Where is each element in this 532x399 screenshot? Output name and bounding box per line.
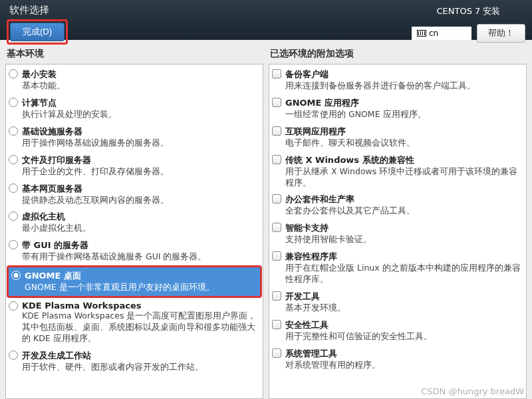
checkbox-icon[interactable]	[272, 223, 281, 232]
checkbox-icon[interactable]	[272, 320, 281, 329]
radio-icon[interactable]	[9, 350, 18, 360]
option-desc: GNOME 是一个非常直观且用户友好的桌面环境。	[25, 282, 255, 293]
addon-option[interactable]: 互联网应用程序电子邮件、聊天和视频会议软件。	[269, 123, 526, 152]
done-highlight: 完成(D)	[7, 19, 68, 45]
option-text: 基础设施服务器用于操作网络基础设施服务的服务器。	[22, 126, 257, 149]
option-desc: 全套办公套件以及其它产品工具。	[285, 205, 521, 217]
radio-icon[interactable]	[9, 301, 18, 311]
checkbox-icon[interactable]	[272, 348, 281, 358]
env-option[interactable]: 虚拟化主机最小虚拟化主机。	[6, 208, 263, 237]
option-desc: 电子邮件、聊天和视频会议软件。	[285, 138, 521, 149]
env-option[interactable]: 计算节点执行计算及处理的安装。	[6, 94, 263, 123]
option-text: GNOME 桌面GNOME 是一个非常直观且用户友好的桌面环境。	[25, 270, 255, 293]
env-option[interactable]: 带 GUI 的服务器带有用于操作网络基础设施服务 GUI 的服务器。	[6, 237, 263, 265]
option-text: 传统 X Windows 系统的兼容性用于从继承 X Windows 环境中迁移…	[285, 154, 521, 189]
env-option[interactable]: 开发及生成工作站用于软件、硬件、图形或者内容开发的工作站。	[6, 347, 263, 376]
env-option[interactable]: GNOME 桌面GNOME 是一个非常直观且用户友好的桌面环境。	[9, 267, 260, 296]
option-text: 最小安装基本功能。	[22, 68, 257, 92]
radio-icon[interactable]	[9, 69, 18, 78]
option-text: 计算节点执行计算及处理的安装。	[22, 97, 257, 120]
option-desc: 用于企业的文件、打印及存储服务器。	[22, 166, 257, 178]
page-title: 软件选择	[7, 4, 68, 17]
option-desc: 最小虚拟化主机。	[22, 223, 257, 234]
option-desc: 用于完整性和可信验证的安全性工具。	[285, 331, 521, 342]
option-title: KDE Plasma Workspaces	[22, 301, 257, 311]
option-text: 备份客户端用来连接到备份服务器并进行备份的客户端工具。	[285, 68, 521, 92]
addon-option[interactable]: 智能卡支持支持使用智能卡验证。	[269, 219, 526, 248]
addons-listbox[interactable]: 备份客户端用来连接到备份服务器并进行备份的客户端工具。GNOME 应用程序一组经…	[269, 64, 527, 399]
option-desc: 用于在红帽企业版 Linux 的之前版本中构建的应用程序的兼容性程序库。	[285, 263, 521, 285]
addon-option[interactable]: 传统 X Windows 系统的兼容性用于从继承 X Windows 环境中迁移…	[269, 152, 526, 192]
keyboard-label: cn	[429, 29, 438, 38]
option-title: 互联网应用程序	[285, 126, 521, 138]
checkbox-icon[interactable]	[272, 251, 281, 261]
checkbox-icon[interactable]	[272, 194, 281, 203]
addon-option[interactable]: GNOME 应用程序一组经常使用的 GNOME 应用程序。	[269, 94, 526, 123]
radio-icon[interactable]	[9, 184, 18, 193]
radio-icon[interactable]	[9, 155, 18, 164]
header-left: 软件选择 完成(D)	[7, 0, 68, 40]
env-option[interactable]: KDE Plasma WorkspacesKDE Plasma Workspac…	[6, 298, 263, 347]
env-option[interactable]: 最小安装基本功能。	[6, 66, 263, 94]
selected-highlight: GNOME 桌面GNOME 是一个非常直观且用户友好的桌面环境。	[7, 265, 262, 298]
env-option[interactable]: 文件及打印服务器用于企业的文件、打印及存储服务器。	[6, 152, 263, 180]
radio-icon[interactable]	[9, 211, 18, 221]
checkbox-icon[interactable]	[272, 126, 281, 136]
checkbox-icon[interactable]	[272, 98, 281, 107]
option-text: 智能卡支持支持使用智能卡验证。	[285, 222, 521, 245]
option-text: 基本网页服务器提供静态及动态互联网内容的服务器。	[22, 183, 257, 206]
addon-option[interactable]: 兼容性程序库用于在红帽企业版 Linux 的之前版本中构建的应用程序的兼容性程序…	[269, 248, 526, 288]
radio-icon[interactable]	[11, 271, 21, 280]
option-title: 计算节点	[22, 97, 257, 109]
option-desc: 提供静态及动态互联网内容的服务器。	[22, 195, 257, 206]
radio-icon[interactable]	[9, 240, 18, 249]
env-option[interactable]: 基础设施服务器用于操作网络基础设施服务的服务器。	[6, 123, 263, 152]
done-button[interactable]: 完成(D)	[10, 23, 65, 41]
checkbox-icon[interactable]	[272, 155, 281, 164]
keyboard-icon	[417, 30, 426, 37]
option-text: 办公套件和生产率全套办公套件以及其它产品工具。	[285, 194, 521, 217]
option-desc: 用于操作网络基础设施服务的服务器。	[22, 138, 257, 149]
addons-column: 已选环境的附加选项 备份客户端用来连接到备份服务器并进行备份的客户端工具。GNO…	[269, 45, 527, 399]
option-title: 备份客户端	[285, 68, 521, 80]
option-desc: 基本开发环境。	[285, 303, 521, 314]
addon-option[interactable]: 系统管理工具对系统管理有用的程序。	[269, 345, 526, 374]
keyboard-indicator[interactable]: cn	[412, 27, 471, 40]
header: 软件选择 完成(D) CENTOS 7 安装 cn 帮助！	[0, 0, 532, 40]
addon-option[interactable]: 开发工具基本开发环境。	[269, 288, 526, 317]
radio-icon[interactable]	[9, 98, 18, 107]
base-env-listbox[interactable]: 最小安装基本功能。计算节点执行计算及处理的安装。基础设施服务器用于操作网络基础设…	[5, 64, 263, 399]
option-title: 带 GUI 的服务器	[22, 239, 257, 251]
addon-option[interactable]: 备份客户端用来连接到备份服务器并进行备份的客户端工具。	[269, 66, 526, 94]
radio-icon[interactable]	[9, 126, 18, 136]
option-desc: 支持使用智能卡验证。	[285, 234, 521, 245]
option-text: 安全性工具用于完整性和可信验证的安全性工具。	[285, 319, 521, 342]
checkbox-icon[interactable]	[272, 291, 281, 301]
env-option[interactable]: 基本网页服务器提供静态及动态互联网内容的服务器。	[6, 180, 263, 209]
option-text: 带 GUI 的服务器带有用于操作网络基础设施服务 GUI 的服务器。	[22, 239, 257, 263]
checkbox-icon[interactable]	[272, 69, 281, 78]
option-desc: 用于从继承 X Windows 环境中迁移或者可用于该环境的兼容程序。	[285, 166, 521, 189]
addon-option[interactable]: 安全性工具用于完整性和可信验证的安全性工具。	[269, 317, 526, 345]
header-right: CENTOS 7 安装 cn 帮助！	[412, 0, 525, 40]
base-env-heading: 基本环境	[5, 45, 263, 64]
option-title: 安全性工具	[285, 319, 521, 331]
help-button[interactable]: 帮助！	[477, 24, 525, 43]
option-title: 文件及打印服务器	[22, 154, 257, 166]
addon-option[interactable]: 办公套件和生产率全套办公套件以及其它产品工具。	[269, 191, 526, 219]
option-text: 开发工具基本开发环境。	[285, 291, 521, 314]
option-title: GNOME 桌面	[25, 270, 255, 282]
header-controls: cn 帮助！	[412, 24, 525, 43]
option-text: KDE Plasma WorkspacesKDE Plasma Workspac…	[22, 301, 257, 344]
option-title: 系统管理工具	[285, 348, 521, 360]
option-text: 兼容性程序库用于在红帽企业版 Linux 的之前版本中构建的应用程序的兼容性程序…	[285, 251, 521, 285]
option-desc: 用来连接到备份服务器并进行备份的客户端工具。	[285, 80, 521, 92]
option-desc: 一组经常使用的 GNOME 应用程序。	[285, 109, 521, 120]
option-title: 基本网页服务器	[22, 183, 257, 195]
option-title: 兼容性程序库	[285, 251, 521, 263]
option-desc: 基本功能。	[22, 80, 257, 92]
option-title: 智能卡支持	[285, 222, 521, 234]
installer-title: CENTOS 7 安装	[437, 5, 501, 17]
option-title: 开发及生成工作站	[22, 350, 257, 362]
addons-heading: 已选环境的附加选项	[269, 45, 527, 64]
